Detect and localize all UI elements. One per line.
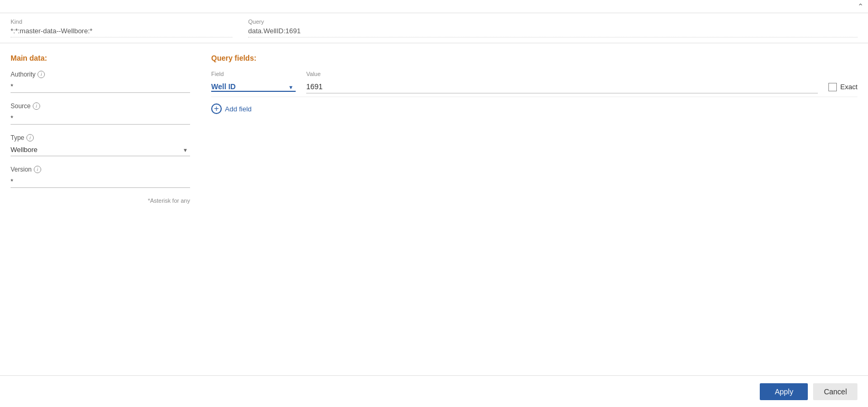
type-select[interactable]: Wellbore Well Log <box>11 144 190 156</box>
query-value: data.WellID:1691 <box>248 27 857 37</box>
type-info-icon[interactable]: i <box>26 134 34 141</box>
version-group: Version i <box>11 166 190 188</box>
field-col-header: Field <box>211 71 296 78</box>
value-col-label: Value <box>306 71 805 77</box>
bottom-bar: Apply Cancel <box>0 375 868 407</box>
apply-button[interactable]: Apply <box>760 383 808 400</box>
add-field-button[interactable]: + Add field <box>211 103 252 114</box>
version-label-row: Version i <box>11 166 190 173</box>
kind-value: *:*:master-data--Wellbore:* <box>11 27 232 37</box>
source-info-icon[interactable]: i <box>33 102 40 110</box>
field-select[interactable]: Well ID Well Name API Number <box>211 82 296 92</box>
right-panel: Query fields: Field Value Well ID Well N… <box>211 54 857 204</box>
authority-input[interactable] <box>11 80 190 93</box>
query-label: Query <box>248 18 857 25</box>
asterisk-note: *Asterisk for any <box>11 197 190 204</box>
authority-info-icon[interactable]: i <box>37 71 45 78</box>
field-col-label: Field <box>211 71 296 77</box>
main-data-title: Main data: <box>11 54 190 62</box>
chevron-up-icon[interactable]: ⌃ <box>857 2 864 11</box>
kind-query-row: Kind *:*:master-data--Wellbore:* Query d… <box>0 13 868 43</box>
type-label: Type <box>11 134 24 141</box>
version-info-icon[interactable]: i <box>34 166 41 173</box>
query-fields-title: Query fields: <box>211 54 857 62</box>
add-field-label: Add field <box>225 105 252 113</box>
exact-checkbox-wrapper[interactable]: Exact <box>828 83 857 91</box>
kind-label: Kind <box>11 18 232 25</box>
authority-group: Authority i <box>11 71 190 93</box>
top-bar: ⌃ <box>0 0 868 13</box>
source-group: Source i <box>11 102 190 125</box>
exact-label: Exact <box>840 83 857 91</box>
query-fields-header: Field Value <box>211 71 857 78</box>
kind-section: Kind *:*:master-data--Wellbore:* <box>11 18 232 37</box>
type-select-wrapper: Wellbore Well Log ▼ <box>11 144 190 156</box>
add-field-plus-icon: + <box>211 103 222 114</box>
source-label-row: Source i <box>11 102 190 110</box>
source-input[interactable] <box>11 112 190 125</box>
well-id-select-wrapper: Well ID Well Name API Number ▼ <box>211 82 296 92</box>
query-field-row: Well ID Well Name API Number ▼ Exact <box>211 80 857 97</box>
source-label: Source <box>11 102 31 110</box>
authority-label-row: Authority i <box>11 71 190 78</box>
checkbox-icon[interactable] <box>828 83 837 91</box>
main-content: Main data: Authority i Source i Type i W… <box>0 43 868 214</box>
left-panel: Main data: Authority i Source i Type i W… <box>11 54 190 204</box>
query-section: Query data.WellID:1691 <box>248 18 857 37</box>
value-input[interactable] <box>306 80 818 93</box>
version-label: Version <box>11 166 32 173</box>
cancel-button[interactable]: Cancel <box>813 383 857 400</box>
value-col-header: Value <box>306 71 805 78</box>
authority-label: Authority <box>11 71 35 78</box>
type-label-row: Type i <box>11 134 190 141</box>
type-group: Type i Wellbore Well Log ▼ <box>11 134 190 156</box>
version-input[interactable] <box>11 175 190 188</box>
